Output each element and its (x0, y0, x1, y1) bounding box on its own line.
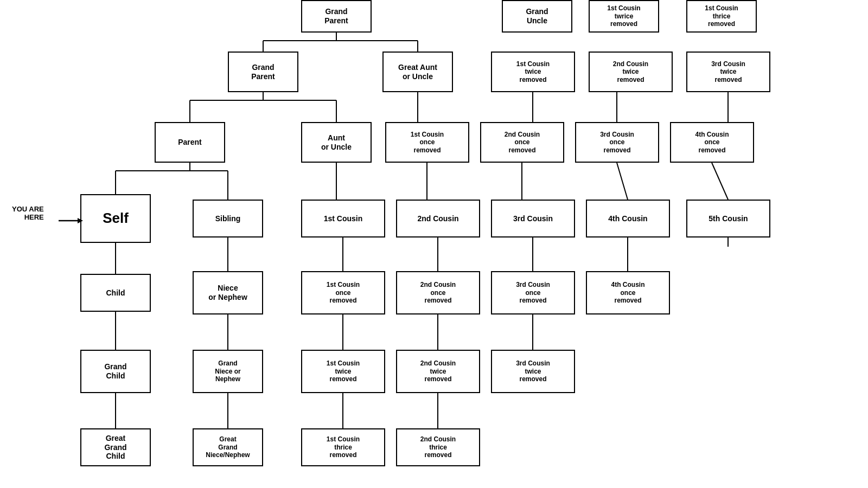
node-grandchild: GrandChild (80, 350, 151, 393)
node-top_twice_removed_3: 1st Cousinthriceremoved (686, 0, 757, 33)
node-4c: 4th Cousin (586, 200, 670, 237)
node-great_aunt_uncle: Great Auntor Uncle (382, 52, 453, 92)
node-3c_once_removed_2: 3rd Cousinonceremoved (575, 122, 659, 163)
node-aunt_uncle: Auntor Uncle (301, 122, 372, 163)
node-top_twice_removed_2: 1st Cousintwriceremoved (589, 0, 659, 33)
node-sibling: Sibling (193, 200, 263, 237)
node-1c_once_removed_2: 1st Cousinonceremoved (385, 122, 469, 163)
node-1c_once_removed: 1st Cousinonceremoved (301, 271, 385, 314)
node-2c_twice_removed: 2nd Cousintwiceremoved (396, 350, 480, 393)
node-4c_once_removed: 4th Cousinonceremoved (586, 271, 670, 314)
svg-line-35 (712, 163, 728, 200)
svg-marker-38 (78, 218, 83, 223)
node-great_grand_niece: GreatGrandNiece/Nephew (193, 428, 263, 466)
node-1c_twice_removed_top: 1st Cousintwiceremoved (491, 52, 575, 92)
node-1c_thrice_removed: 1st Cousinthriceremoved (301, 428, 385, 466)
arrow-indicator (59, 216, 83, 228)
node-grand_niece_nephew: GrandNiece orNephew (193, 350, 263, 393)
node-niece_nephew: Nieceor Nephew (193, 271, 263, 314)
node-5c: 5th Cousin (686, 200, 770, 237)
node-2c: 2nd Cousin (396, 200, 480, 237)
node-1c_twice_removed: 1st Cousintwiceremoved (301, 350, 385, 393)
node-2c_twice_removed_top: 2nd Cousintwiceremoved (589, 52, 673, 92)
chart-container: YOU AREHERE GrandParentGrandParentGreat … (0, 0, 868, 488)
svg-line-32 (617, 163, 628, 200)
node-3c: 3rd Cousin (491, 200, 575, 237)
node-2c_once_removed_2: 2nd Cousinonceremoved (480, 122, 564, 163)
node-3c_twice_removed: 3rd Cousintwiceremoved (491, 350, 575, 393)
node-1c: 1st Cousin (301, 200, 385, 237)
node-child: Child (80, 274, 151, 312)
node-great_grandparent: GrandParent (301, 0, 372, 33)
node-3c_twice_removed_top: 3rd Cousintwiceremoved (686, 52, 770, 92)
node-2c_thrice_removed: 2nd Cousinthriceremoved (396, 428, 480, 466)
node-self: Self (80, 194, 151, 243)
node-4c_once_removed_2: 4th Cousinonceremoved (670, 122, 754, 163)
node-great_grandchild: GreatGrandChild (80, 428, 151, 466)
node-2c_once_removed: 2nd Cousinonceremoved (396, 271, 480, 314)
node-grandparent: GrandParent (228, 52, 298, 92)
node-parent: Parent (155, 122, 225, 163)
you-are-here-label: YOU AREHERE (12, 205, 44, 221)
node-3c_once_removed: 3rd Cousinonceremoved (491, 271, 575, 314)
node-grand_uncle: GrandUncle (502, 0, 572, 33)
